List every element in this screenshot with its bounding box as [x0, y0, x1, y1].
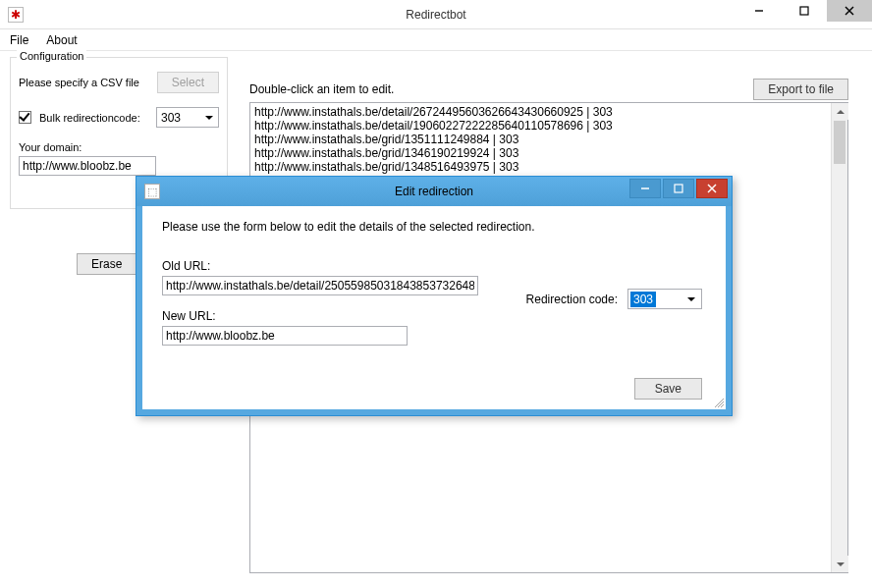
app-icon: [8, 7, 24, 23]
save-button[interactable]: Save: [634, 378, 702, 400]
list-item[interactable]: http://www.instathals.be/grid/1348516493…: [254, 160, 831, 174]
redirection-code-value: 303: [630, 292, 656, 307]
select-csv-button[interactable]: Select: [157, 72, 219, 93]
window-title: Redirectbot: [406, 8, 465, 22]
main-window-titlebar: Redirectbot: [0, 0, 872, 29]
list-item[interactable]: http://www.instathals.be/detail/26724495…: [254, 105, 831, 119]
resize-grip-icon[interactable]: [712, 396, 724, 407]
list-item[interactable]: http://www.instathals.be/detail/19060227…: [254, 119, 831, 133]
configuration-group-title: Configuration: [17, 50, 86, 62]
bulk-code-value: 303: [161, 111, 181, 125]
redirection-code-label: Redirection code:: [526, 293, 618, 306]
list-hint: Double-click an item to edit.: [249, 82, 394, 96]
svg-rect-1: [800, 7, 808, 15]
bulk-code-select[interactable]: 303: [156, 107, 219, 128]
dialog-title: Edit redirection: [395, 185, 473, 198]
scroll-thumb[interactable]: [834, 121, 845, 164]
edit-redirection-dialog: Edit redirection Please use the form bel…: [136, 176, 733, 416]
dialog-app-icon: [144, 184, 160, 199]
dialog-titlebar[interactable]: Edit redirection: [136, 177, 732, 206]
maximize-button[interactable]: [782, 0, 827, 22]
bulk-checkbox[interactable]: [19, 111, 31, 124]
old-url-input[interactable]: [162, 276, 478, 295]
erase-button[interactable]: Erase: [77, 253, 136, 275]
svg-rect-5: [675, 185, 682, 192]
list-scrollbar[interactable]: [831, 103, 847, 572]
export-button[interactable]: Export to file: [753, 79, 848, 100]
dialog-minimize-button[interactable]: [629, 179, 661, 198]
new-url-label: New URL:: [162, 309, 706, 323]
old-url-label: Old URL:: [162, 259, 706, 273]
scroll-up-button[interactable]: [832, 103, 848, 120]
svg-line-10: [721, 404, 724, 407]
svg-line-9: [718, 401, 724, 407]
scroll-down-button[interactable]: [832, 556, 848, 572]
menu-bar: File About: [0, 29, 872, 51]
domain-input[interactable]: http://www.bloobz.be: [19, 156, 156, 176]
menu-file[interactable]: File: [10, 33, 28, 47]
bulk-label: Bulk redirectioncode:: [39, 112, 148, 124]
list-item[interactable]: http://www.instathals.be/grid/1351111249…: [254, 133, 831, 146]
menu-about[interactable]: About: [46, 33, 77, 47]
redirection-code-select[interactable]: 303: [627, 289, 702, 309]
dialog-intro: Please use the form below to edit the de…: [162, 220, 706, 234]
csv-label: Please specify a CSV file: [19, 77, 139, 88]
dialog-close-button[interactable]: [696, 179, 728, 198]
domain-label: Your domain:: [19, 141, 219, 153]
minimize-button[interactable]: [736, 0, 782, 22]
list-item[interactable]: http://www.instathals.be/grid/1346190219…: [254, 146, 831, 160]
close-button[interactable]: [827, 0, 872, 22]
dialog-maximize-button[interactable]: [663, 179, 694, 198]
new-url-input[interactable]: [162, 326, 408, 346]
